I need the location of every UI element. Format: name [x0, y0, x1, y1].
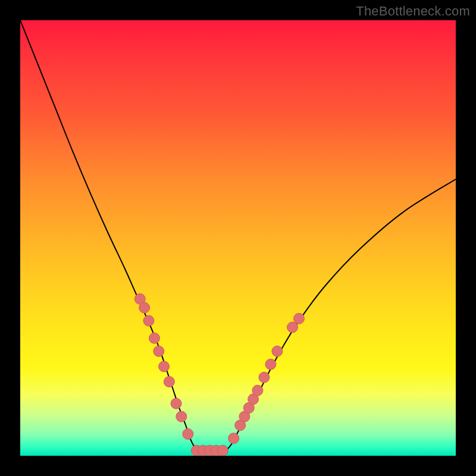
marker-dot	[265, 359, 276, 369]
curve-left	[20, 20, 199, 452]
marker-dot	[183, 428, 193, 439]
chart-frame: TheBottleneck.com	[0, 0, 476, 476]
marker-dot	[293, 313, 304, 324]
marker-dot	[287, 322, 298, 333]
curve-markers	[134, 293, 304, 456]
marker-dot	[176, 411, 187, 422]
marker-dot	[228, 433, 239, 444]
marker-dot	[143, 315, 154, 326]
marker-dot	[259, 372, 270, 383]
curve-right	[225, 179, 456, 452]
marker-dot	[171, 398, 181, 409]
chart-svg	[20, 20, 456, 456]
marker-dot	[252, 385, 263, 396]
marker-dot	[272, 346, 283, 356]
marker-dot	[139, 302, 150, 313]
chart-plot-area	[20, 20, 456, 456]
marker-dot	[217, 445, 228, 456]
marker-dot	[149, 333, 159, 343]
marker-dot	[159, 361, 170, 372]
watermark-text: TheBottleneck.com	[356, 4, 470, 19]
marker-dot	[154, 346, 164, 356]
marker-dot	[164, 377, 174, 387]
